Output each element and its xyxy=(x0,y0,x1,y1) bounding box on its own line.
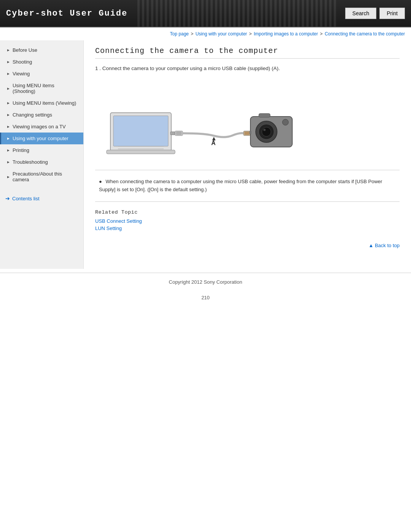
arrow-icon: ► xyxy=(6,136,10,141)
sidebar-item-label: Using with your computer xyxy=(13,136,68,141)
arrow-icon: ► xyxy=(6,86,10,91)
related-link-usb[interactable]: USB Connect Setting xyxy=(95,218,400,224)
arrow-icon: ► xyxy=(6,101,10,105)
svg-point-16 xyxy=(263,129,266,131)
footer: Copyright 2012 Sony Corporation xyxy=(0,273,411,291)
sidebar-item-printing[interactable]: ► Printing xyxy=(0,144,83,156)
page-number: 210 xyxy=(0,291,411,308)
svg-rect-11 xyxy=(245,132,249,135)
contents-list-link[interactable]: ➔ Contents list xyxy=(0,192,83,205)
usb-connection-illustration: A xyxy=(95,78,400,162)
sidebar-item-label: Precautions/About this camera xyxy=(13,171,78,182)
header: Cyber-shot User Guide Search Print xyxy=(0,0,411,27)
header-actions: Search Print xyxy=(345,8,405,19)
sidebar-item-using-with-computer[interactable]: ► Using with your computer xyxy=(0,133,83,144)
svg-rect-19 xyxy=(250,131,251,134)
content-divider-2 xyxy=(95,201,400,202)
sidebar-item-before-use[interactable]: ► Before Use xyxy=(0,44,83,56)
arrow-icon: ► xyxy=(6,125,10,129)
svg-point-15 xyxy=(262,127,271,136)
svg-rect-5 xyxy=(170,132,175,135)
svg-rect-7 xyxy=(176,132,182,135)
main-layout: ► Before Use ► Shooting ► Viewing ► Usin… xyxy=(0,40,411,269)
note-text: When connecting the camera to a computer… xyxy=(99,179,382,192)
related-topic-label: Related Topic xyxy=(95,209,400,215)
search-button[interactable]: Search xyxy=(345,8,376,19)
sidebar-item-label: Before Use xyxy=(13,47,37,53)
arrow-icon: ► xyxy=(6,72,10,76)
step1-text: 1 . Connect the camera to your computer … xyxy=(95,65,400,72)
sidebar-item-label: Viewing xyxy=(13,71,30,77)
bullet-icon: ● xyxy=(99,179,102,184)
print-button[interactable]: Print xyxy=(379,8,405,19)
svg-text:A: A xyxy=(211,140,216,146)
svg-rect-1 xyxy=(113,116,168,146)
sidebar-item-menu-viewing[interactable]: ► Using MENU items (Viewing) xyxy=(0,97,83,109)
app-title: Cyber-shot User Guide xyxy=(6,9,127,18)
sidebar-item-menu-shooting[interactable]: ► Using MENU items (Shooting) xyxy=(0,80,83,97)
sidebar-item-changing-settings[interactable]: ► Changing settings xyxy=(0,109,83,121)
header-stripe xyxy=(135,0,338,27)
sidebar-item-label: Troubleshooting xyxy=(13,159,48,165)
sidebar-item-precautions[interactable]: ► Precautions/About this camera xyxy=(0,168,83,185)
arrow-icon: ► xyxy=(6,175,10,179)
breadcrumb-importing-images[interactable]: Importing images to a computer xyxy=(254,31,318,37)
sidebar-item-viewing[interactable]: ► Viewing xyxy=(0,68,83,80)
sidebar-item-troubleshooting[interactable]: ► Troubleshooting xyxy=(0,156,83,168)
contents-list-label: Contents list xyxy=(12,196,40,201)
arrow-icon: ► xyxy=(6,60,10,64)
breadcrumb-using-with-computer[interactable]: Using with your computer xyxy=(196,31,247,37)
svg-point-18 xyxy=(282,119,288,125)
sidebar-item-label: Printing xyxy=(13,147,29,153)
back-to-top[interactable]: ▲ Back to top xyxy=(95,243,400,248)
page-title: Connecting the camera to the computer xyxy=(95,46,400,59)
arrow-right-icon: ➔ xyxy=(5,195,10,201)
breadcrumb: Top page > Using with your computer > Im… xyxy=(0,27,411,40)
sidebar-item-label: Using MENU items (Shooting) xyxy=(13,83,78,94)
sidebar-item-label: Changing settings xyxy=(13,112,52,118)
related-link-lun[interactable]: LUN Setting xyxy=(95,225,400,231)
breadcrumb-top-page[interactable]: Top page xyxy=(170,31,189,37)
arrow-icon: ► xyxy=(6,160,10,164)
sidebar: ► Before Use ► Shooting ► Viewing ► Usin… xyxy=(0,40,84,269)
sidebar-item-shooting[interactable]: ► Shooting xyxy=(0,56,83,68)
back-to-top-link[interactable]: ▲ Back to top xyxy=(368,243,400,248)
sidebar-item-label: Viewing images on a TV xyxy=(13,124,66,129)
breadcrumb-connecting: Connecting the camera to the computer xyxy=(325,31,405,37)
note-section: ● When connecting the camera to a comput… xyxy=(95,178,400,194)
svg-rect-2 xyxy=(107,150,175,154)
sidebar-item-label: Using MENU items (Viewing) xyxy=(13,100,76,106)
content-divider-1 xyxy=(95,170,400,170)
content-area: Connecting the camera to the computer 1 … xyxy=(84,40,411,269)
sidebar-item-viewing-tv[interactable]: ► Viewing images on a TV xyxy=(0,121,83,133)
arrow-icon: ► xyxy=(6,48,10,52)
sidebar-item-label: Shooting xyxy=(13,59,32,65)
arrow-icon: ► xyxy=(6,148,10,152)
arrow-icon: ► xyxy=(6,113,10,117)
copyright-text: Copyright 2012 Sony Corporation xyxy=(169,279,242,285)
svg-rect-17 xyxy=(259,113,270,117)
